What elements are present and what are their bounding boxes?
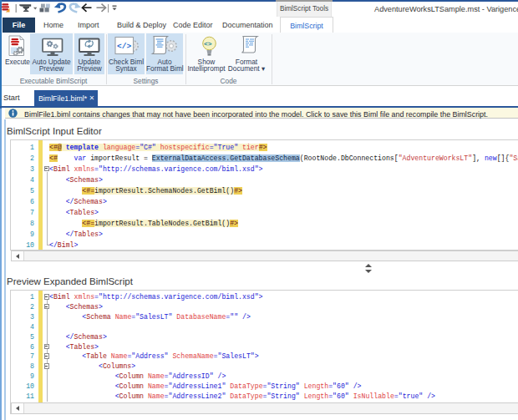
svg-text:</>: </> [117,42,131,51]
svg-text:<>: <> [204,40,212,48]
